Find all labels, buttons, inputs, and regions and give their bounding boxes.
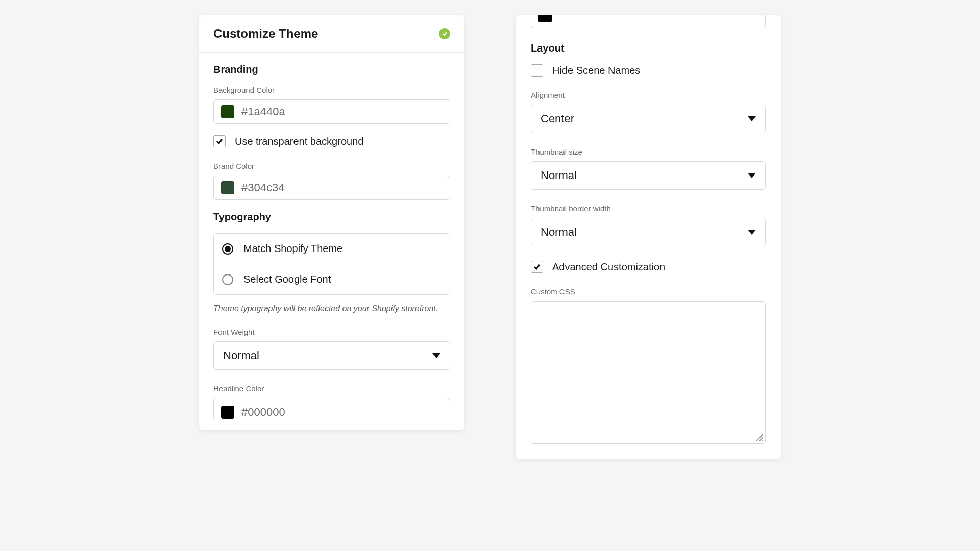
thumbnail-border-select[interactable]: Normal — [531, 218, 766, 246]
alignment-label: Alignment — [531, 91, 766, 99]
google-font-label: Select Google Font — [243, 273, 331, 285]
brand-color-value: #304c34 — [241, 181, 284, 194]
chevron-down-icon — [748, 173, 756, 178]
panel-header: Customize Theme — [199, 15, 464, 53]
thumbnail-border-label: Thumbnail border width — [531, 204, 766, 213]
match-shopify-label: Match Shopify Theme — [243, 243, 342, 255]
transparent-checkbox[interactable] — [213, 135, 226, 147]
resize-handle-icon[interactable] — [754, 432, 763, 441]
status-badge — [439, 28, 450, 39]
brand-color-input[interactable]: #304c34 — [213, 176, 450, 200]
transparent-checkbox-row[interactable]: Use transparent background — [213, 135, 450, 147]
typography-radio-group: Match Shopify Theme Select Google Font — [213, 233, 450, 295]
chevron-down-icon — [748, 116, 756, 121]
advanced-customization-row[interactable]: Advanced Customization — [531, 261, 766, 273]
thumbnail-size-label: Thumbnail size — [531, 147, 766, 156]
background-color-swatch — [221, 105, 234, 118]
layout-title: Layout — [531, 42, 766, 54]
check-icon — [442, 31, 448, 37]
check-icon — [533, 263, 541, 271]
cutoff-color-input[interactable] — [531, 15, 766, 28]
headline-color-swatch — [221, 406, 234, 419]
chevron-down-icon — [748, 230, 756, 235]
background-color-input[interactable]: #1a440a — [213, 99, 450, 124]
google-font-option[interactable]: Select Google Font — [214, 264, 450, 294]
font-weight-value: Normal — [223, 349, 259, 362]
transparent-label: Use transparent background — [235, 136, 363, 147]
font-weight-label: Font Weight — [213, 328, 450, 336]
headline-color-input[interactable]: #000000 — [213, 398, 450, 419]
custom-css-label: Custom CSS — [531, 287, 766, 296]
check-icon — [215, 137, 224, 145]
svg-line-2 — [762, 440, 763, 441]
advanced-customization-checkbox[interactable] — [531, 261, 543, 273]
customize-theme-panel: Customize Theme Branding Background Colo… — [199, 15, 464, 430]
custom-css-textarea[interactable] — [531, 301, 766, 444]
thumbnail-size-value: Normal — [541, 169, 577, 182]
branding-title: Branding — [213, 64, 450, 76]
panel-body: Branding Background Color #1a440a Use tr… — [199, 53, 464, 430]
match-shopify-radio[interactable] — [222, 243, 233, 255]
font-weight-select[interactable]: Normal — [213, 341, 450, 370]
thumbnail-size-select[interactable]: Normal — [531, 161, 766, 190]
hide-scene-names-checkbox[interactable] — [531, 64, 543, 77]
brand-color-label: Brand Color — [213, 162, 450, 170]
cutoff-color-swatch — [538, 15, 552, 22]
alignment-select[interactable]: Center — [531, 105, 766, 133]
google-font-radio[interactable] — [222, 274, 233, 285]
chevron-down-icon — [432, 353, 440, 358]
alignment-value: Center — [541, 112, 574, 126]
headline-color-label: Headline Color — [213, 384, 450, 393]
match-shopify-option[interactable]: Match Shopify Theme — [214, 234, 450, 264]
advanced-customization-label: Advanced Customization — [552, 261, 665, 273]
background-color-value: #1a440a — [241, 105, 285, 118]
hide-scene-names-row[interactable]: Hide Scene Names — [531, 64, 766, 77]
panel-title: Customize Theme — [213, 27, 318, 41]
typography-note: Theme typography will be reflected on yo… — [213, 304, 450, 313]
brand-color-swatch — [221, 181, 234, 194]
headline-color-value: #000000 — [241, 406, 285, 419]
hide-scene-names-label: Hide Scene Names — [552, 65, 640, 77]
layout-panel: Layout Hide Scene Names Alignment Center… — [516, 15, 781, 459]
background-color-label: Background Color — [213, 86, 450, 94]
typography-title: Typography — [213, 211, 450, 223]
thumbnail-border-value: Normal — [541, 226, 577, 239]
